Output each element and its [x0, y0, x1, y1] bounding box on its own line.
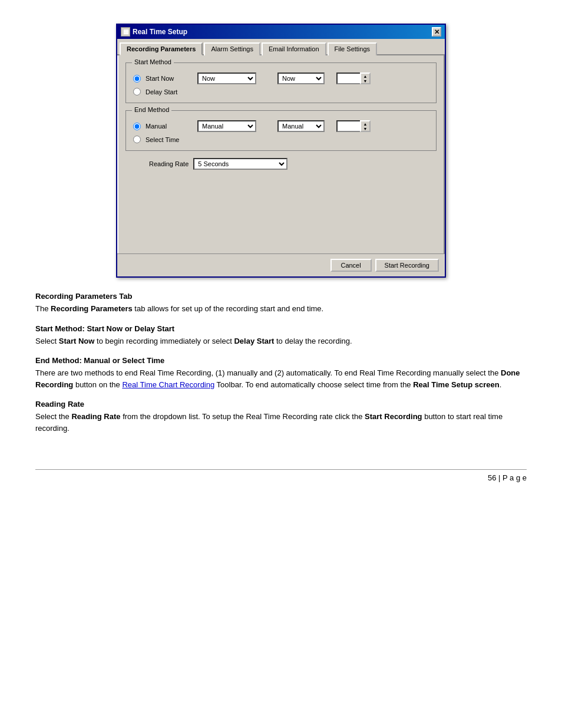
start-recording-button[interactable]: Start Recording	[375, 259, 439, 272]
manual-row: Manual Manual Manual ▲ ▼	[133, 120, 429, 132]
start-now-dropdown1[interactable]: Now	[197, 73, 256, 84]
start-now-spinner-up[interactable]: ▲	[361, 74, 369, 78]
doc-body-1: The Recording Parameters tab allows for …	[35, 303, 527, 315]
tab-alarm-settings[interactable]: Alarm Settings	[204, 42, 260, 55]
dialog-footer: Cancel Start Recording	[117, 253, 445, 276]
start-now-spinner-buttons: ▲ ▼	[360, 73, 371, 84]
doc-body-2: Select Start Now to begin recording imme…	[35, 335, 527, 347]
cancel-button[interactable]: Cancel	[330, 259, 372, 272]
start-now-spinner: ▲ ▼	[336, 73, 371, 84]
reading-rate-dropdown[interactable]: 5 Seconds	[193, 158, 287, 170]
manual-spinner: ▲ ▼	[336, 120, 371, 132]
page-footer: 56 | P a g e	[35, 469, 527, 482]
dialog-close-button[interactable]: ✕	[432, 27, 441, 37]
reading-rate-row: Reading Rate 5 Seconds	[149, 158, 437, 170]
doc-section-1: Recording Parameters Tab The Recording P…	[35, 292, 527, 315]
doc-heading-2: Start Method: Start Now or Delay Start	[35, 324, 527, 333]
dialog-titlebar: ▦ Real Time Setup ✕	[117, 25, 445, 39]
manual-radio[interactable]	[133, 123, 141, 130]
start-now-dropdown2[interactable]: Now	[277, 73, 325, 84]
real-time-chart-recording-link[interactable]: Real Time Chart Recording	[122, 380, 214, 389]
dialog-tabs: Recording Parameters Alarm Settings Emai…	[117, 39, 445, 55]
start-now-radio[interactable]	[133, 75, 141, 83]
select-time-radio-label: Select Time	[146, 136, 193, 143]
select-time-radio[interactable]	[133, 136, 141, 143]
doc-heading-4: Reading Rate	[35, 400, 527, 409]
start-now-radio-label: Start Now	[146, 75, 193, 82]
tab-recording-parameters[interactable]: Recording Parameters	[120, 42, 203, 55]
manual-radio-label: Manual	[146, 123, 193, 130]
manual-spinner-down[interactable]: ▼	[361, 126, 369, 131]
manual-dropdown2[interactable]: Manual	[277, 120, 325, 132]
dialog-content: Start Method Start Now Now Now	[117, 55, 445, 253]
doc-body-3: There are two methods to end Real Time R…	[35, 367, 527, 390]
doc-heading-3: End Method: Manual or Select Time	[35, 356, 527, 365]
tab-email-information[interactable]: Email Information	[262, 42, 326, 55]
dialog-window: ▦ Real Time Setup ✕ Recording Parameters…	[116, 24, 446, 278]
dialog-title: Real Time Setup	[133, 28, 187, 36]
end-method-radio-group: Manual Manual Manual ▲ ▼	[133, 120, 429, 143]
start-now-spinner-down[interactable]: ▼	[361, 78, 369, 83]
content-spacer	[125, 176, 437, 246]
end-method-label: End Method	[132, 106, 171, 113]
manual-spinner-up[interactable]: ▲	[361, 121, 369, 126]
reading-rate-label: Reading Rate	[149, 160, 189, 167]
doc-section-2: Start Method: Start Now or Delay Start S…	[35, 324, 527, 347]
start-now-spinner-input[interactable]	[336, 73, 360, 84]
start-method-group: Start Method Start Now Now Now	[125, 62, 437, 103]
doc-section-3: End Method: Manual or Select Time There …	[35, 356, 527, 390]
tab-file-settings[interactable]: File Settings	[328, 42, 378, 55]
manual-dropdown1[interactable]: Manual	[197, 120, 256, 132]
dialog-icon: ▦	[121, 27, 130, 37]
page-number: 56 | P a g e	[488, 473, 527, 482]
delay-start-radio[interactable]	[133, 88, 141, 95]
doc-section-4: Reading Rate Select the Reading Rate fro…	[35, 400, 527, 434]
doc-heading-1: Recording Parameters Tab	[35, 292, 527, 301]
manual-spinner-buttons: ▲ ▼	[360, 120, 371, 132]
start-method-label: Start Method	[132, 58, 174, 65]
delay-start-radio-label: Delay Start	[146, 88, 193, 95]
doc-body-4: Select the Reading Rate from the dropdow…	[35, 411, 527, 434]
select-time-row: Select Time	[133, 136, 429, 143]
start-method-radio-group: Start Now Now Now ▲ ▼	[133, 73, 429, 95]
delay-start-row: Delay Start	[133, 88, 429, 95]
start-now-row: Start Now Now Now ▲ ▼	[133, 73, 429, 84]
manual-spinner-input[interactable]	[336, 120, 360, 132]
end-method-group: End Method Manual Manual Manual	[125, 110, 437, 151]
